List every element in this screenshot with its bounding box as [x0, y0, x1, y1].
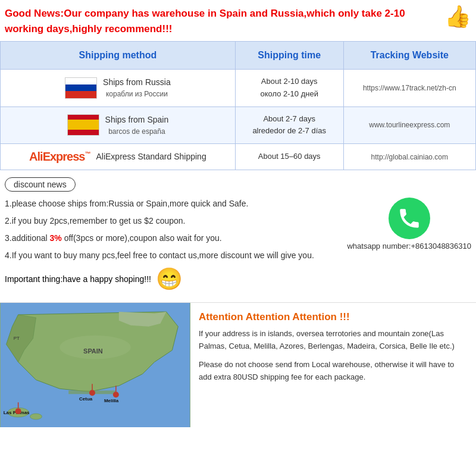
svg-text:SPAIN: SPAIN — [83, 347, 103, 355]
time-spain: About 2-7 days — [243, 113, 336, 126]
track-url-russia: https://www.17track.net/zh-cn — [351, 84, 468, 92]
happy-row: Important thing:have a happy shoping!!! … — [5, 267, 471, 292]
discount-item-1: 1.please choose ships from:Russia or Spa… — [5, 198, 335, 210]
attention-text-1: If your address is in islands, oversea t… — [199, 328, 468, 353]
svg-point-13 — [89, 390, 95, 396]
discount-pct: 3% — [50, 233, 62, 243]
track-url-aliexpress: http://global.cainiao.com — [351, 153, 468, 161]
url-cell-spain: www.tourlineexpress.com — [343, 107, 475, 144]
happy-text: Important thing:have a happy shoping!!! — [5, 274, 151, 284]
shipping-table: Shipping method Shipping time Tracking W… — [0, 41, 476, 170]
table-row: Ships from Spain barcos de españa About … — [1, 107, 476, 144]
time-cell-russia: About 2-10 days около 2-10 дней — [235, 70, 343, 107]
svg-text:PT: PT — [14, 336, 20, 341]
svg-point-6 — [30, 414, 42, 419]
ship-russia-local: корабли из России — [103, 89, 171, 100]
time-spain-local: alrededor de 2-7 días — [243, 125, 336, 137]
svg-point-11 — [15, 408, 21, 414]
flag-russia — [65, 77, 97, 99]
time-russia: About 2-10 days — [243, 76, 336, 88]
url-cell-russia: https://www.17track.net/zh-cn — [343, 70, 475, 107]
aliexpress-logo: AliExpress™ — [29, 150, 90, 164]
discount-item-3: 3.additional 3% off(3pcs or more),coupon… — [5, 232, 335, 245]
method-cell-spain: Ships from Spain barcos de españa — [1, 107, 236, 144]
phone-svg — [397, 206, 422, 231]
time-cell-spain: About 2-7 days alrededor de 2-7 días — [235, 107, 343, 144]
track-url-spain: www.tourlineexpress.com — [351, 121, 468, 129]
attention-text-2: Please do not choose send from Local war… — [199, 359, 468, 384]
discount-item-4: 4.If you want to buy many pcs,feel free … — [5, 249, 335, 262]
discount-item-2: 2.if you buy 2pcs,remember to get us $2 … — [5, 215, 335, 227]
spain-map-svg: SPAIN PT Las Palmas Cetua Melilla — [0, 303, 190, 427]
table-row: AliExpress™ AliExpress Standard Shipping… — [1, 144, 476, 170]
svg-point-16 — [113, 392, 119, 397]
ship-russia-name: Ships from Russia — [103, 76, 171, 89]
time-cell-aliexpress: About 15–60 days — [235, 144, 343, 170]
time-russia-local: около 2-10 дней — [243, 88, 336, 101]
map-area: SPAIN PT Las Palmas Cetua Melilla — [0, 303, 190, 427]
col-header-method: Shipping method — [1, 42, 236, 70]
method-cell-aliexpress: AliExpress™ AliExpress Standard Shipping — [1, 144, 236, 170]
whatsapp-icon — [389, 198, 430, 239]
table-row: Ships from Russia корабли из России Abou… — [1, 70, 476, 107]
bottom-section: SPAIN PT Las Palmas Cetua Melilla Attent… — [0, 302, 476, 427]
col-header-time: Shipping time — [235, 42, 343, 70]
discount-section: discount news 1.please choose ships from… — [0, 170, 476, 302]
url-cell-aliexpress: http://global.cainiao.com — [343, 144, 475, 170]
time-aliexpress: About 15–60 days — [243, 151, 336, 163]
info-row: 1.please choose ships from:Russia or Spa… — [5, 198, 471, 267]
ship-spain-local: barcos de españa — [105, 126, 169, 137]
attention-area: Attention Attention Attention !!! If you… — [190, 303, 476, 427]
ship-aliexpress-name: AliExpress Standard Shipping — [96, 150, 206, 163]
whatsapp-section: whatsapp number:+8613048836310 — [347, 198, 471, 250]
flag-spain — [67, 114, 99, 136]
happy-emoji: 😁 — [156, 267, 183, 292]
header-notice-text: Good News:Our company has warehouse in S… — [5, 6, 440, 36]
attention-title: Attention Attention Attention !!! — [199, 311, 468, 323]
whatsapp-number: whatsapp number:+8613048836310 — [347, 242, 471, 250]
discount-badge: discount news — [5, 177, 76, 192]
thumbs-up-emoji: 👍 — [444, 6, 471, 27]
svg-text:Cetua: Cetua — [79, 396, 93, 402]
header-notice: Good News:Our company has warehouse in S… — [0, 0, 476, 41]
col-header-tracking: Tracking Website — [343, 42, 475, 70]
svg-text:Melilla: Melilla — [104, 398, 119, 403]
info-left: 1.please choose ships from:Russia or Spa… — [5, 198, 335, 267]
method-cell-russia: Ships from Russia корабли из России — [1, 70, 236, 107]
ship-spain-name: Ships from Spain — [105, 113, 169, 126]
